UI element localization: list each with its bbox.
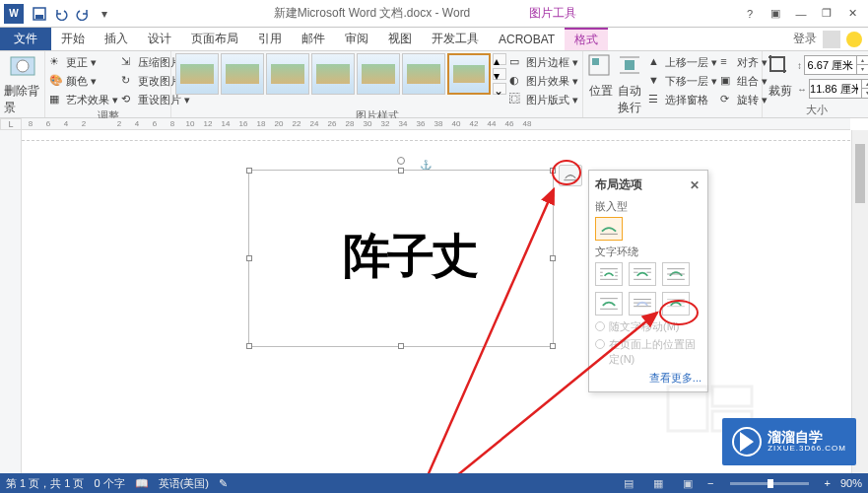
tab-acrobat[interactable]: ACROBAT bbox=[489, 28, 565, 50]
position-button[interactable]: 位置 bbox=[587, 53, 615, 100]
proofing-icon[interactable]: 📖 bbox=[135, 477, 149, 490]
save-icon[interactable] bbox=[32, 6, 47, 22]
ribbon-tabs: 文件 开始 插入 设计 页面布局 引用 邮件 审阅 视图 开发工具 ACROBA… bbox=[0, 28, 868, 51]
word-count[interactable]: 0 个字 bbox=[94, 476, 124, 491]
gallery-more-button[interactable]: ▴▾⌄ bbox=[493, 53, 506, 95]
group-button[interactable]: ▣组合 ▾ bbox=[720, 72, 768, 90]
resize-handle[interactable] bbox=[550, 255, 556, 261]
ruler-corner[interactable]: L bbox=[0, 118, 22, 130]
style-thumb[interactable] bbox=[175, 53, 219, 95]
ribbon-display-options[interactable]: ▣ bbox=[764, 4, 787, 24]
scrollbar-thumb[interactable] bbox=[855, 144, 865, 203]
horizontal-ruler[interactable]: 8642246810121416182022242628303234363840… bbox=[22, 118, 850, 130]
resize-handle[interactable] bbox=[398, 343, 404, 349]
zoom-out-button[interactable]: − bbox=[707, 477, 713, 489]
color-button[interactable]: 🎨颜色 ▾ bbox=[49, 72, 118, 90]
print-layout-icon[interactable]: ▦ bbox=[648, 476, 668, 490]
wrap-section-label: 文字环绕 bbox=[595, 245, 701, 259]
zoom-slider[interactable] bbox=[730, 482, 809, 485]
tab-home[interactable]: 开始 bbox=[51, 28, 95, 50]
track-changes-icon[interactable]: ✎ bbox=[219, 477, 228, 490]
corrections-button[interactable]: ☀更正 ▾ bbox=[49, 53, 118, 71]
restore-button[interactable]: ❐ bbox=[815, 4, 838, 24]
selected-image[interactable]: 阵子丈 bbox=[248, 170, 554, 347]
wrap-tight[interactable] bbox=[629, 262, 656, 286]
fix-position-radio: 在页面上的位置固定(N) bbox=[595, 337, 701, 367]
rotate-handle[interactable] bbox=[397, 157, 405, 165]
touch-mode-icon[interactable]: ▾ bbox=[97, 6, 112, 22]
brand-logo: 溜溜自学ZIXUE.3D66.COM bbox=[722, 418, 856, 465]
language-indicator[interactable]: 英语(美国) bbox=[159, 476, 209, 491]
style-thumb[interactable] bbox=[357, 53, 400, 95]
tab-design[interactable]: 设计 bbox=[138, 28, 181, 50]
wrap-text-button[interactable]: 自动换行 bbox=[618, 53, 645, 116]
style-thumb-selected[interactable] bbox=[447, 53, 491, 95]
remove-bg-button[interactable]: 删除背景 bbox=[4, 53, 40, 116]
undo-icon[interactable] bbox=[53, 6, 69, 22]
wrap-topbottom[interactable] bbox=[595, 292, 623, 316]
tab-format[interactable]: 格式 bbox=[565, 28, 608, 50]
artistic-button[interactable]: ▦艺术效果 ▾ bbox=[49, 91, 118, 108]
quick-access-toolbar: ▾ bbox=[32, 6, 112, 22]
minimize-button[interactable]: — bbox=[789, 4, 813, 24]
doc-title-text: 新建Microsoft Word 文档.docx - Word bbox=[274, 5, 471, 22]
style-thumb[interactable] bbox=[402, 53, 445, 95]
title-bar: W ▾ 新建Microsoft Word 文档.docx - Word 图片工具… bbox=[0, 0, 868, 28]
zoom-in-button[interactable]: + bbox=[825, 477, 831, 489]
selection-pane-button[interactable]: ☰选择窗格 bbox=[648, 91, 717, 108]
help-button[interactable]: ? bbox=[738, 4, 762, 24]
redo-icon[interactable] bbox=[75, 6, 91, 22]
vertical-ruler[interactable] bbox=[0, 130, 22, 473]
close-button[interactable]: ✕ bbox=[840, 4, 864, 24]
group-remove-bg: 删除背景 bbox=[0, 51, 45, 117]
height-input[interactable]: ▴▾ bbox=[804, 55, 868, 75]
style-thumb[interactable] bbox=[266, 53, 309, 95]
signature-image: 阵子丈 bbox=[343, 225, 476, 288]
zoom-level[interactable]: 90% bbox=[840, 477, 862, 489]
svg-rect-6 bbox=[625, 60, 634, 70]
send-backward-button[interactable]: ▼下移一层 ▾ bbox=[648, 72, 717, 90]
style-thumb[interactable] bbox=[221, 53, 264, 95]
tab-developer[interactable]: 开发工具 bbox=[422, 28, 489, 50]
layout-options-flyout: 布局选项 ✕ 嵌入型 文字环绕 随文字移动(M) 在页面上的位置固定(N) 查看… bbox=[588, 170, 708, 392]
web-layout-icon[interactable]: ▣ bbox=[678, 476, 698, 490]
svg-point-3 bbox=[17, 60, 29, 72]
tab-mailings[interactable]: 邮件 bbox=[292, 28, 335, 50]
tab-references[interactable]: 引用 bbox=[248, 28, 292, 50]
pic-effects-button[interactable]: ◐图片效果 ▾ bbox=[509, 72, 578, 90]
wrap-square[interactable] bbox=[595, 262, 623, 286]
flyout-close-button[interactable]: ✕ bbox=[688, 178, 701, 192]
resize-handle[interactable] bbox=[246, 343, 252, 349]
wrap-inline[interactable] bbox=[595, 217, 623, 241]
resize-handle[interactable] bbox=[246, 168, 252, 174]
ribbon: 删除背景 ☀更正 ▾ 🎨颜色 ▾ ▦艺术效果 ▾ ⇲压缩图片 ↻更改图片 ⟲重设… bbox=[0, 51, 868, 118]
wrap-through[interactable] bbox=[662, 262, 690, 286]
align-button[interactable]: ≡对齐 ▾ bbox=[720, 53, 768, 71]
svg-rect-1 bbox=[35, 15, 43, 19]
tab-file[interactable]: 文件 bbox=[0, 28, 51, 50]
style-thumb[interactable] bbox=[311, 53, 355, 95]
wrap-behind[interactable] bbox=[629, 292, 656, 316]
width-input[interactable]: ▴▾ bbox=[809, 79, 868, 99]
pic-border-button[interactable]: ▭图片边框 ▾ bbox=[509, 53, 578, 71]
read-mode-icon[interactable]: ▤ bbox=[619, 476, 638, 490]
group-adjust: ☀更正 ▾ 🎨颜色 ▾ ▦艺术效果 ▾ ⇲压缩图片 ↻更改图片 ⟲重设图片 ▾ … bbox=[45, 51, 171, 117]
pic-layout-button[interactable]: ⿴图片版式 ▾ bbox=[509, 91, 578, 108]
group-arrange: 位置 自动换行 ▲上移一层 ▾ ▼下移一层 ▾ ☰选择窗格 ≡对齐 ▾ ▣组合 … bbox=[583, 51, 763, 117]
tab-layout[interactable]: 页面布局 bbox=[181, 28, 248, 50]
rotate-button[interactable]: ⟳旋转 ▾ bbox=[720, 91, 768, 108]
resize-handle[interactable] bbox=[398, 168, 404, 174]
feedback-smiley-icon[interactable] bbox=[846, 32, 862, 47]
tab-review[interactable]: 审阅 bbox=[335, 28, 378, 50]
tab-view[interactable]: 视图 bbox=[378, 28, 422, 50]
style-gallery[interactable]: ▴▾⌄ bbox=[175, 53, 506, 95]
avatar-icon[interactable] bbox=[823, 31, 840, 48]
resize-handle[interactable] bbox=[246, 255, 252, 261]
login-link[interactable]: 登录 bbox=[793, 31, 817, 47]
zoom-thumb[interactable] bbox=[768, 479, 773, 488]
tab-insert[interactable]: 插入 bbox=[95, 28, 138, 50]
page-indicator[interactable]: 第 1 页，共 1 页 bbox=[6, 476, 84, 491]
crop-button[interactable]: 裁剪 bbox=[767, 53, 794, 100]
resize-handle[interactable] bbox=[550, 343, 556, 349]
bring-forward-button[interactable]: ▲上移一层 ▾ bbox=[648, 53, 717, 71]
